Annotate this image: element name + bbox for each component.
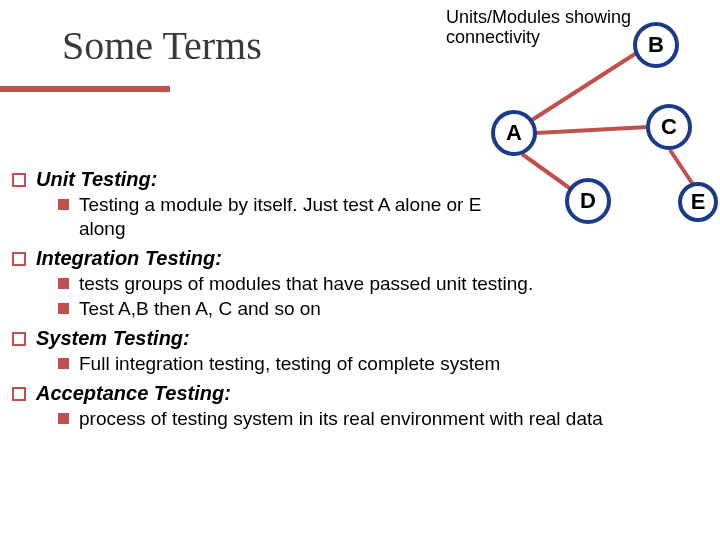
graph-node-b: B: [633, 22, 679, 68]
list-subitem: tests groups of modules that have passed…: [58, 272, 708, 296]
list-subtext: tests groups of modules that have passed…: [79, 272, 533, 296]
list-item: Integration Testing:: [12, 247, 708, 270]
list-subtext: Testing a module by itself. Just test A …: [79, 193, 488, 241]
content-list: Unit Testing: Testing a module by itself…: [12, 162, 708, 433]
slide: Some Terms Units/Modules showing connect…: [0, 0, 720, 540]
list-subtext: process of testing system in its real en…: [79, 407, 603, 431]
list-item: Unit Testing:: [12, 168, 708, 191]
list-subtext: Full integration testing, testing of com…: [79, 352, 500, 376]
square-outline-icon: [12, 252, 26, 266]
list-subtext: Test A,B then A, C and so on: [79, 297, 321, 321]
square-outline-icon: [12, 173, 26, 187]
list-heading: Integration Testing:: [36, 247, 222, 270]
list-heading: System Testing:: [36, 327, 190, 350]
list-subitem: Testing a module by itself. Just test A …: [58, 193, 488, 241]
square-outline-icon: [12, 387, 26, 401]
square-solid-icon: [58, 199, 69, 210]
list-item: System Testing:: [12, 327, 708, 350]
list-subitem: Test A,B then A, C and so on: [58, 297, 708, 321]
svg-line-0: [532, 52, 638, 120]
square-solid-icon: [58, 358, 69, 369]
graph-node-c: C: [646, 104, 692, 150]
square-solid-icon: [58, 303, 69, 314]
svg-line-1: [536, 127, 648, 133]
graph-node-a: A: [491, 110, 537, 156]
square-solid-icon: [58, 278, 69, 289]
list-subitem: process of testing system in its real en…: [58, 407, 668, 431]
square-solid-icon: [58, 413, 69, 424]
list-subitem: Full integration testing, testing of com…: [58, 352, 708, 376]
square-outline-icon: [12, 332, 26, 346]
list-heading: Unit Testing:: [36, 168, 157, 191]
list-item: Acceptance Testing:: [12, 382, 708, 405]
list-heading: Acceptance Testing:: [36, 382, 231, 405]
